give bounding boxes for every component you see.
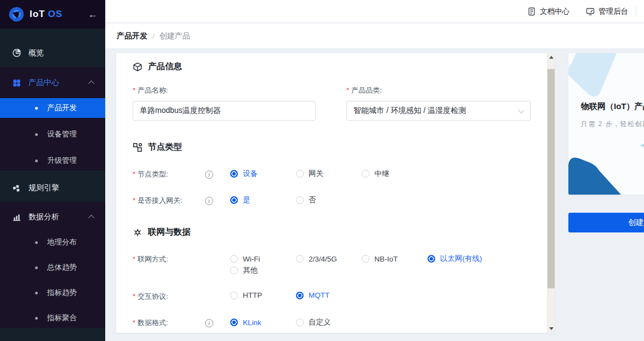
radio-option[interactable]: MQTT (296, 291, 362, 299)
network-mode-row: *联网方式: Wi-Fi 2/3/4/5G NB-IoT 以太网(有线) 其他 (133, 254, 525, 275)
sidebar-item-metric-aggregation[interactable]: 指标聚合 (0, 308, 105, 328)
form-scrollbar[interactable] (547, 53, 555, 333)
radio-option[interactable]: 设备 (230, 169, 296, 179)
info-icon[interactable]: i (205, 319, 213, 327)
document-icon (527, 7, 536, 16)
topbar: 文档中心 管理后台 (105, 0, 644, 23)
nodes-icon (133, 143, 143, 152)
sidebar-item-geo-distribution[interactable]: 地理分布 (0, 232, 105, 252)
product-name-input[interactable] (133, 101, 316, 121)
info-icon[interactable]: i (205, 170, 213, 179)
radio-option[interactable]: 否 (296, 195, 362, 205)
triangle-down-icon (549, 327, 554, 330)
gateway-access-row: *是否接入网关: i 是 否 (133, 195, 525, 206)
sidebar-item-label: 产品开发 (47, 103, 77, 113)
logo-bar: IoTOS ← (0, 0, 105, 29)
sidebar-item-label: 指标趋势 (47, 288, 77, 298)
radio-option[interactable]: NB-IoT (362, 254, 428, 264)
node-type-row: *节点类型: i 设备 网关 中继 (133, 169, 525, 179)
iot-product-promo-card: 物联网（IoT）产品 只需 2 步，轻松创建 (568, 53, 644, 195)
product-category-select[interactable]: 智能城市 / 环境感知 / 温湿度检测 (346, 101, 531, 121)
data-format-options: KLink 自定义 (230, 317, 525, 327)
sidebar-item-device-mgmt[interactable]: 设备管理 (0, 124, 105, 144)
app-screen: IoTOS ← 概览 产品中心 产品开发 (0, 0, 644, 341)
triangle-up-icon (549, 56, 554, 59)
promo-title: 物联网（IoT）产品 (581, 101, 644, 112)
protocol-options: HTTP MQTT (230, 291, 525, 299)
bar-chart-icon (12, 213, 21, 222)
sidebar-item-label: 地理分布 (47, 237, 77, 247)
chevron-up-icon (88, 81, 94, 87)
sidebar-item-label: 总体趋势 (47, 263, 77, 272)
radio-icon (428, 255, 435, 263)
sidebar-collapse-icon[interactable]: ← (88, 9, 98, 19)
network-icon (133, 228, 143, 237)
radio-option[interactable]: 网关 (296, 169, 362, 179)
gateway-access-options: 是 否 (230, 195, 525, 205)
product-name-label: *产品名称: (133, 86, 316, 95)
sidebar-item-label: 概览 (29, 48, 44, 58)
sidebar-item-overall-trend[interactable]: 总体趋势 (0, 258, 105, 277)
chevron-down-icon (518, 107, 524, 113)
doc-center-label: 文档中心 (540, 7, 569, 16)
sidebar-item-label: 设备管理 (47, 129, 77, 139)
chevron-up-icon (88, 215, 94, 221)
radio-option[interactable]: 中继 (362, 169, 428, 179)
radio-option[interactable]: 其他 (230, 265, 296, 275)
admin-console-link[interactable]: 管理后台 (586, 7, 628, 16)
console-icon (586, 7, 595, 16)
radio-icon (296, 292, 304, 299)
breadcrumb: 产品开发 / 创建产品 (105, 24, 644, 48)
required-mark: * (133, 86, 135, 94)
radio-option[interactable]: Wi-Fi (230, 254, 296, 264)
protocol-row: *交互协议: HTTP MQTT (133, 291, 525, 302)
info-icon[interactable]: i (205, 197, 213, 205)
scroll-up-button[interactable] (548, 53, 555, 61)
radio-option[interactable]: 是 (230, 195, 296, 205)
sidebar-item-upgrade-mgmt[interactable]: 升级管理 (0, 151, 105, 170)
row-label: *节点类型: (133, 169, 205, 179)
sidebar-item-rule-engine[interactable]: 规则引擎 (0, 174, 105, 202)
sidebar: IoTOS ← 概览 产品中心 产品开发 (0, 0, 105, 341)
product-name-field: *产品名称: (133, 86, 316, 121)
section-network-data: 联网与数据 (133, 226, 525, 238)
radio-option[interactable]: 2/3/4/5G (296, 254, 362, 264)
section-title: 联网与数据 (148, 226, 191, 238)
radio-option[interactable]: 以太网(有线) (428, 254, 493, 264)
scroll-down-button[interactable] (548, 325, 555, 333)
sidebar-item-label: 产品中心 (29, 78, 59, 88)
create-product-button[interactable]: 创建 (568, 213, 644, 232)
sidebar-item-metric-trend[interactable]: 指标趋势 (0, 283, 105, 303)
select-value: 智能城市 / 环境感知 / 温湿度检测 (354, 106, 466, 116)
pie-chart-icon (12, 48, 21, 58)
promo-subtitle: 只需 2 步，轻松创建 (581, 120, 644, 129)
row-label: *交互协议: (133, 291, 205, 302)
sidebar-item-product-dev[interactable]: 产品开发 (0, 98, 105, 118)
content-area: 产品信息 *产品名称: *产品品类: 智能城市 / 环境 (105, 48, 644, 341)
radio-option[interactable]: KLink (230, 317, 296, 327)
sidebar-item-overview[interactable]: 概览 (0, 29, 105, 67)
scrollbar-thumb[interactable] (548, 69, 555, 288)
section-product-info: 产品信息 (133, 61, 525, 72)
cube-icon (133, 62, 143, 72)
admin-console-label: 管理后台 (599, 7, 628, 16)
section-title: 节点类型 (148, 141, 182, 153)
sidebar-group-product-center: 产品中心 产品开发 设备管理 升级管理 (0, 67, 105, 170)
network-mode-options: Wi-Fi 2/3/4/5G NB-IoT 以太网(有线) 其他 (230, 254, 525, 275)
radio-icon (362, 170, 369, 178)
radio-option[interactable]: 自定义 (296, 317, 362, 327)
sidebar-footer-strip (0, 333, 105, 341)
breadcrumb-separator: / (152, 32, 155, 40)
doc-center-link[interactable]: 文档中心 (527, 7, 569, 16)
sidebar-item-data-analysis[interactable]: 数据分析 (0, 202, 105, 232)
section-node-type: 节点类型 (133, 141, 525, 153)
deco-shape-bottom (568, 151, 629, 195)
radio-option[interactable]: HTTP (230, 291, 296, 299)
required-mark: * (346, 86, 349, 94)
breadcrumb-parent[interactable]: 产品开发 (117, 31, 147, 41)
product-category-label: *产品品类: (346, 86, 531, 95)
product-info-fields: *产品名称: *产品品类: 智能城市 / 环境感知 / 温湿度检测 (133, 86, 525, 121)
bullet-icon (35, 160, 38, 162)
radio-icon (296, 196, 304, 204)
sidebar-item-product-center[interactable]: 产品中心 (0, 67, 105, 98)
